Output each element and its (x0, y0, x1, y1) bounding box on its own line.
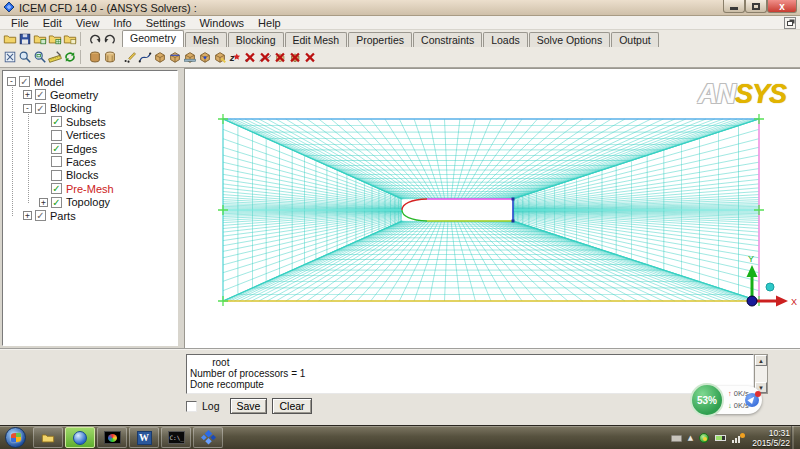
mdi-restore-button[interactable] (784, 17, 796, 29)
zoom-window-icon[interactable] (17, 49, 32, 65)
tree-checkbox-geometry[interactable]: ✓ (35, 89, 46, 100)
solid-display-icon[interactable] (87, 49, 102, 65)
delete-point-icon[interactable] (242, 49, 257, 65)
tree-checkbox-faces[interactable] (51, 156, 62, 167)
tab-constraints[interactable]: Constraints (413, 32, 482, 47)
tree-item-parts[interactable]: +✓Parts (23, 209, 76, 222)
extrude-z-icon[interactable]: z (227, 49, 242, 65)
standard-shapes-icon[interactable] (212, 49, 227, 65)
memory-usage-badge[interactable]: 53% (690, 383, 724, 417)
log-checkbox[interactable] (186, 401, 197, 412)
trim-surface-icon[interactable] (182, 49, 197, 65)
menu-view[interactable]: View (69, 17, 107, 29)
tree-checkbox-pre-mesh[interactable]: ✓ (51, 183, 62, 194)
expand-icon[interactable]: + (39, 198, 48, 207)
menu-info[interactable]: Info (106, 17, 138, 29)
model-tree-panel[interactable]: -✓Model+✓Geometry-✓Blocking✓SubsetsVerti… (2, 70, 178, 346)
battery-tray-icon[interactable] (715, 431, 726, 445)
title-bar[interactable]: ICEM CFD 14.0 - (ANSYS Solvers) : x (0, 0, 800, 16)
minimize-button[interactable] (723, 0, 745, 13)
menu-windows[interactable]: Windows (192, 17, 251, 29)
tree-checkbox-topology[interactable]: ✓ (51, 197, 62, 208)
tree-checkbox-parts[interactable]: ✓ (35, 210, 46, 221)
tree-checkbox-subsets[interactable]: ✓ (51, 116, 62, 127)
undo-icon[interactable] (87, 31, 102, 47)
zoom-select-icon[interactable] (32, 49, 47, 65)
taskbar-app-explorer[interactable] (33, 427, 63, 448)
tab-edit-mesh[interactable]: Edit Mesh (285, 32, 348, 47)
create-surface-icon[interactable] (152, 49, 167, 65)
delete-curve-icon[interactable] (257, 49, 272, 65)
create-body-icon[interactable] (197, 49, 212, 65)
tab-properties[interactable]: Properties (348, 32, 412, 47)
create-point-icon[interactable] (122, 49, 137, 65)
save-project-icon[interactable] (17, 31, 32, 47)
taskbar-app-icem[interactable] (193, 427, 223, 448)
tree-item-model[interactable]: -✓Model (7, 75, 64, 88)
save-button[interactable]: Save (230, 398, 268, 414)
menu-settings[interactable]: Settings (139, 17, 193, 29)
menu-help[interactable]: Help (251, 17, 288, 29)
menu-file[interactable]: File (4, 17, 36, 29)
start-button[interactable] (5, 427, 26, 448)
mesh-canvas[interactable]: YX (185, 69, 800, 349)
expand-icon[interactable]: + (23, 211, 32, 220)
redo-icon[interactable] (102, 31, 117, 47)
tree-item-faces[interactable]: Faces (39, 155, 96, 168)
tab-mesh[interactable]: Mesh (185, 32, 227, 47)
graphics-viewport[interactable]: YX ANSYS (184, 68, 800, 348)
tree-checkbox-blocks[interactable] (51, 170, 62, 181)
tab-loads[interactable]: Loads (483, 32, 528, 47)
tree-item-pre-mesh[interactable]: ✓Pre-Mesh (39, 182, 114, 195)
show-desktop-button[interactable] (791, 426, 794, 449)
menu-edit[interactable]: Edit (36, 17, 69, 29)
tree-item-blocking[interactable]: -✓Blocking (23, 102, 92, 115)
taskbar-app-terminal[interactable]: C:\_ (161, 427, 191, 448)
message-log[interactable]: rootNumber of processors = 1Done recompu… (186, 354, 754, 394)
tab-geometry[interactable]: Geometry (122, 30, 184, 47)
tree-item-geometry[interactable]: +✓Geometry (23, 88, 98, 101)
network-tray-icon[interactable] (732, 431, 744, 445)
tree-checkbox-vertices[interactable] (51, 130, 62, 141)
taskbar-app-cfd-post[interactable] (97, 427, 127, 448)
tree-item-vertices[interactable]: Vertices (39, 129, 105, 142)
tree-checkbox-model[interactable]: ✓ (19, 76, 30, 87)
refresh-icon[interactable] (62, 49, 77, 65)
taskbar-app-browser[interactable] (65, 427, 95, 448)
tree-checkbox-blocking[interactable]: ✓ (35, 103, 46, 114)
net-speed-widget[interactable]: 53% ↑ 0K/s ↓ 0K/s (698, 386, 762, 414)
printer-tray-icon[interactable] (671, 431, 682, 445)
tab-output[interactable]: Output (611, 32, 659, 47)
close-button[interactable]: x (767, 0, 797, 13)
open-mesh-icon[interactable] (47, 31, 62, 47)
tree-item-subsets[interactable]: ✓Subsets (39, 115, 106, 128)
open-blocking-icon[interactable] (62, 31, 77, 47)
tab-solve-options[interactable]: Solve Options (529, 32, 610, 47)
wire-display-icon[interactable] (102, 49, 117, 65)
maximize-button[interactable] (745, 0, 767, 13)
tab-blocking[interactable]: Blocking (228, 32, 284, 47)
surface-from-curves-icon[interactable] (167, 49, 182, 65)
clear-button[interactable]: Clear (272, 398, 311, 414)
tree-item-blocks[interactable]: Blocks (39, 169, 98, 182)
taskbar-app-word[interactable]: W (129, 427, 159, 448)
expand-icon[interactable]: + (23, 90, 32, 99)
open-geometry-icon[interactable] (32, 31, 47, 47)
tree-checkbox-edges[interactable]: ✓ (51, 143, 62, 154)
delete-body-icon[interactable] (287, 49, 302, 65)
collapse-icon[interactable]: - (23, 104, 32, 113)
tree-item-edges[interactable]: ✓Edges (39, 142, 97, 155)
open-project-icon[interactable] (2, 31, 17, 47)
collapse-icon[interactable]: - (7, 77, 16, 86)
tree-item-topology[interactable]: +✓Topology (39, 196, 110, 209)
scroll-up-button[interactable]: ▲ (755, 355, 767, 366)
create-curve-icon[interactable] (137, 49, 152, 65)
fit-window-icon[interactable] (2, 49, 17, 65)
booster-icon[interactable] (745, 393, 759, 407)
delete-any-icon[interactable] (302, 49, 317, 65)
measure-icon[interactable] (47, 49, 62, 65)
hidden-items-tray-icon[interactable]: ▲ (688, 431, 693, 445)
safe-center-tray-icon[interactable] (699, 431, 709, 445)
delete-surface-icon[interactable] (272, 49, 287, 65)
taskbar-clock[interactable]: 10:31 2015/5/22 (752, 428, 794, 448)
